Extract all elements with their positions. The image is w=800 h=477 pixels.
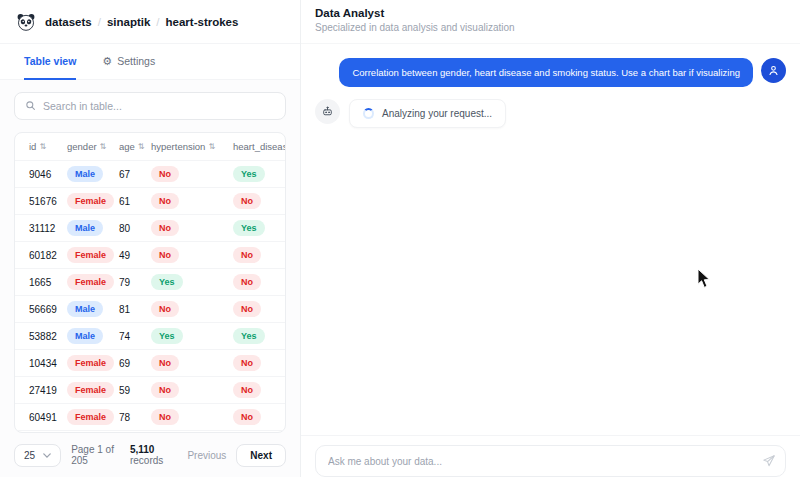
hypertension-badge-cell: No <box>151 301 233 317</box>
hypertension-badge-cell: No <box>151 409 233 425</box>
chat-composer <box>315 445 786 477</box>
gender-badge: Male <box>67 301 103 317</box>
gender-badge-cell: Male <box>67 328 119 344</box>
hypertension-badge: No <box>151 247 179 263</box>
table-row[interactable]: 53882 Male 74 Yes Yes <box>15 322 286 349</box>
breadcrumb-separator: / <box>98 16 101 28</box>
table-search <box>14 92 286 120</box>
table-row[interactable]: 27419 Female 59 No No <box>15 376 286 403</box>
tab-settings[interactable]: ⚙ Settings <box>102 44 155 80</box>
sort-icon[interactable]: ⇅ <box>100 142 107 151</box>
hypertension-badge-cell: No <box>151 355 233 371</box>
heart-disease-badge-cell: No <box>233 301 286 317</box>
user-message-row: Correlation between gender, heart diseas… <box>315 58 786 87</box>
table-row[interactable]: 31112 Male 80 No Yes <box>15 214 286 241</box>
table-row[interactable]: 1665 Female 79 Yes No <box>15 268 286 295</box>
column-header-hypertension[interactable]: hypertension⇅ <box>151 141 233 152</box>
table-row[interactable]: 51676 Female 61 No No <box>15 187 286 214</box>
assistant-subtitle: Specialized in data analysis and visuali… <box>315 22 786 33</box>
page-size-value: 25 <box>24 450 35 461</box>
cell-age: 61 <box>119 196 151 207</box>
send-button[interactable] <box>762 454 776 468</box>
column-header-gender[interactable]: gender⇅ <box>67 141 119 152</box>
breadcrumb-item-heart-strokes[interactable]: heart-strokes <box>166 16 239 28</box>
table-header-row: id⇅ gender⇅ age⇅ hypertension⇅ heart_dis… <box>15 133 286 160</box>
sort-icon[interactable]: ⇅ <box>39 142 46 151</box>
gender-badge-cell: Female <box>67 382 119 398</box>
column-header-id[interactable]: id⇅ <box>29 141 67 152</box>
heart-disease-badge: No <box>233 247 261 263</box>
heart-disease-badge: No <box>233 382 261 398</box>
user-avatar <box>761 58 786 83</box>
search-icon <box>25 97 36 115</box>
heart-disease-badge: Yes <box>233 166 265 182</box>
table-row[interactable]: 10434 Female 69 No No <box>15 349 286 376</box>
cell-age: 59 <box>119 385 151 396</box>
previous-page-button[interactable]: Previous <box>187 450 226 461</box>
page-size-select[interactable]: 25 <box>14 444 61 467</box>
hypertension-badge-cell: Yes <box>151 328 233 344</box>
hypertension-badge: No <box>151 355 179 371</box>
pagination-bar: 25 Page 1 of 205 5,110 records Previous … <box>14 433 286 469</box>
heart-disease-badge-cell: No <box>233 355 286 371</box>
sort-icon[interactable]: ⇅ <box>208 142 215 151</box>
heart-disease-badge-cell: No <box>233 382 286 398</box>
breadcrumb-item-datasets[interactable]: datasets <box>45 16 92 28</box>
chat-header: Data Analyst Specialized in data analysi… <box>301 0 800 44</box>
heart-disease-badge: No <box>233 193 261 209</box>
column-header-age[interactable]: age⇅ <box>119 141 151 152</box>
tab-bar: Table view ⚙ Settings <box>0 44 300 80</box>
cell-id: 56669 <box>29 304 67 315</box>
dataset-header: datasets / sinaptik / heart-strokes <box>0 0 300 44</box>
hypertension-badge: No <box>151 220 179 236</box>
cell-age: 80 <box>119 223 151 234</box>
table-row[interactable]: 60182 Female 49 No No <box>15 241 286 268</box>
tab-table-view-label: Table view <box>24 55 76 67</box>
gender-badge-cell: Female <box>67 274 119 290</box>
gender-badge: Female <box>67 274 114 290</box>
column-header-heart-disease[interactable]: heart_disease⇅ <box>233 141 286 152</box>
hypertension-badge: No <box>151 166 179 182</box>
cell-age: 79 <box>119 277 151 288</box>
user-message-bubble: Correlation between gender, heart diseas… <box>339 58 753 87</box>
heart-disease-badge-cell: No <box>233 193 286 209</box>
cell-age: 78 <box>119 412 151 423</box>
hypertension-badge: No <box>151 382 179 398</box>
gender-badge: Male <box>67 220 103 236</box>
gender-badge-cell: Male <box>67 220 119 236</box>
cell-id: 60491 <box>29 412 67 423</box>
hypertension-badge: No <box>151 193 179 209</box>
cell-id: 60182 <box>29 250 67 261</box>
table-row[interactable]: 9046 Male 67 No Yes <box>15 160 286 187</box>
table-view-content: id⇅ gender⇅ age⇅ hypertension⇅ heart_dis… <box>0 80 300 477</box>
tab-table-view[interactable]: Table view <box>24 44 76 80</box>
table-row[interactable]: 60491 Female 78 No No <box>15 403 286 430</box>
search-input[interactable] <box>43 100 275 112</box>
data-table: id⇅ gender⇅ age⇅ hypertension⇅ heart_dis… <box>15 133 286 433</box>
table-row[interactable]: 56669 Male 81 No No <box>15 295 286 322</box>
dataset-panel: datasets / sinaptik / heart-strokes Tabl… <box>0 0 301 477</box>
gender-badge: Female <box>67 355 114 371</box>
heart-disease-badge: No <box>233 274 261 290</box>
gender-badge-cell: Female <box>67 247 119 263</box>
chat-input[interactable] <box>316 456 785 467</box>
hypertension-badge-cell: No <box>151 166 233 182</box>
page-info: Page 1 of 205 <box>71 444 120 466</box>
hypertension-badge: No <box>151 301 179 317</box>
send-icon <box>762 454 776 468</box>
robot-icon <box>321 105 334 118</box>
hypertension-badge: No <box>151 409 179 425</box>
sort-icon[interactable]: ⇅ <box>138 142 145 151</box>
records-count: 5,110 records <box>130 444 177 466</box>
hypertension-badge-cell: No <box>151 382 233 398</box>
gender-badge-cell: Female <box>67 355 119 371</box>
heart-disease-badge-cell: No <box>233 247 286 263</box>
next-page-button[interactable]: Next <box>236 444 286 467</box>
assistant-avatar <box>315 99 340 124</box>
breadcrumb-item-sinaptik[interactable]: sinaptik <box>107 16 150 28</box>
hypertension-badge-cell: Yes <box>151 274 233 290</box>
heart-disease-badge-cell: Yes <box>233 166 286 182</box>
cell-age: 81 <box>119 304 151 315</box>
gender-badge-cell: Female <box>67 193 119 209</box>
cell-id: 10434 <box>29 358 67 369</box>
